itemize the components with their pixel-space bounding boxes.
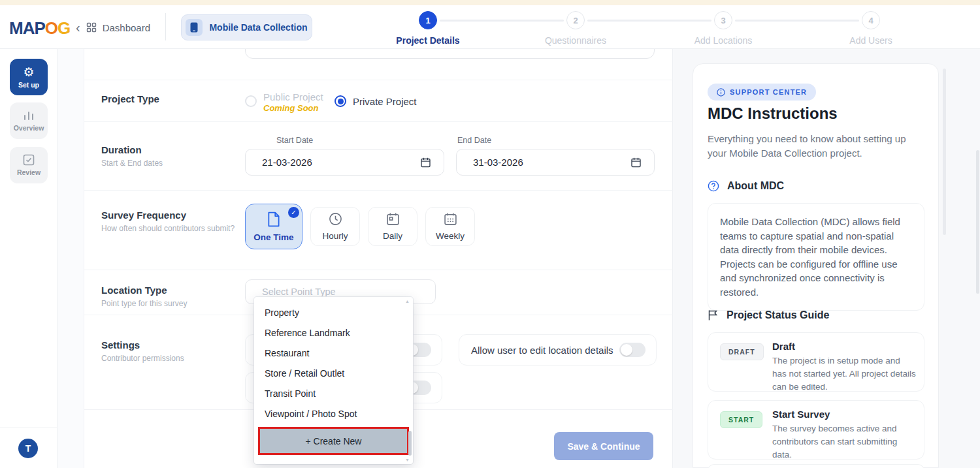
radio-dot <box>338 99 344 104</box>
sidebar-item-overview[interactable]: Overview <box>10 102 48 139</box>
duration-sublabel: Start & End dates <box>101 159 163 168</box>
annotation-red-box: + Create New <box>258 427 409 455</box>
create-new-option[interactable]: + Create New <box>260 429 407 453</box>
toggle-knob <box>621 344 632 356</box>
project-type-label: Project Type <box>101 93 159 104</box>
dashboard-grid-icon <box>86 22 97 33</box>
point-type-dropdown: ▲ Property Reference Landmark Restaurant… <box>254 297 413 464</box>
calendar-icon[interactable] <box>631 157 641 168</box>
dropdown-item-transit-point[interactable]: Transit Point <box>254 383 413 403</box>
header-divider <box>165 13 166 40</box>
sidebar-item-label: Overview <box>14 124 44 132</box>
settings-sublabel: Contributor permissions <box>101 354 184 363</box>
divider <box>84 80 673 80</box>
divider <box>84 121 673 122</box>
clock-icon <box>329 212 342 226</box>
draft-body: The project is in setup mode and has not… <box>772 354 916 394</box>
panel-subtitle: Everything you need to know about settin… <box>708 132 927 161</box>
panel-scrollbar-thumb[interactable] <box>943 69 946 235</box>
status-card-partial <box>708 464 924 468</box>
document-icon <box>267 211 281 227</box>
draft-badge: DRAFT <box>720 343 764 360</box>
dropdown-item-property[interactable]: Property <box>254 302 413 322</box>
mobile-phone-icon <box>186 19 203 36</box>
start-title: Start Survey <box>772 409 830 420</box>
public-project-label: Public Project <box>263 91 323 102</box>
end-date-value: 31-03-2026 <box>473 157 523 168</box>
location-type-label: Location Type <box>101 285 167 296</box>
survey-frequency-sublabel: How often should contributors submit? <box>101 224 235 233</box>
divider <box>84 190 673 191</box>
private-project-radio[interactable] <box>335 95 346 107</box>
dashboard-label: Dashboard <box>103 22 150 33</box>
scroll-down-icon[interactable]: ▼ <box>405 458 410 462</box>
start-body: The survey becomes active and contributo… <box>772 422 916 461</box>
sidebar-gutter <box>57 49 84 468</box>
setting-card-edit-location: Allow user to edit location details <box>459 334 657 366</box>
step-add-users[interactable]: 4 Add Users <box>815 11 926 46</box>
start-date-input[interactable]: 21-03-2026 <box>245 149 444 176</box>
support-center-label: SUPPORT CENTER <box>730 88 807 96</box>
dashboard-breadcrumb[interactable]: ‹ Dashboard <box>76 18 150 37</box>
scroll-up-icon[interactable]: ▲ <box>405 299 410 304</box>
sidebar-item-label: Review <box>17 168 41 176</box>
user-avatar[interactable]: T <box>18 439 38 458</box>
step-label: Add Users <box>815 35 926 46</box>
header: MAPOG ‹ Dashboard Mobile Data Collection… <box>0 5 980 49</box>
step-questionnaires[interactable]: 2 Questionnaires <box>520 11 631 46</box>
location-type-sublabel: Point type for this survey <box>101 299 187 308</box>
step-add-locations[interactable]: 3 Add Locations <box>668 11 779 46</box>
brand-map: MAP <box>9 18 45 38</box>
calendar-day-icon <box>386 212 400 226</box>
brand-logo[interactable]: MAPOG <box>9 18 70 39</box>
step-label: Project Details <box>372 35 483 46</box>
dropdown-item-reference-landmark[interactable]: Reference Landmark <box>254 322 413 343</box>
step-project-details[interactable]: 1 Project Details <box>372 11 483 46</box>
frequency-option-daily[interactable]: Daily <box>368 207 417 246</box>
gear-icon: ⚙ <box>23 66 34 78</box>
about-mdc-heading-row: About MDC <box>708 180 784 192</box>
dropdown-item-viewpoint-photo-spot[interactable]: Viewpoint / Photo Spot <box>254 403 413 424</box>
dropdown-item-store-retail-outlet[interactable]: Store / Retail Outlet <box>254 363 413 383</box>
frequency-option-label: Hourly <box>322 231 348 241</box>
coming-soon-note: Coming Soon <box>263 103 319 113</box>
left-sidebar: ⚙ Set up Overview Review T <box>0 49 57 468</box>
sidebar-item-label: Set up <box>18 81 39 89</box>
step-label: Questionnaires <box>520 35 631 46</box>
sidebar-divider <box>0 428 57 428</box>
step-number: 2 <box>566 11 585 29</box>
private-project-label: Private Project <box>353 96 417 107</box>
info-icon <box>717 88 725 97</box>
status-card-start: START Start Survey The survey becomes ac… <box>708 400 924 460</box>
dropdown-scrollbar-thumb[interactable] <box>408 431 412 456</box>
calendar-icon[interactable] <box>421 157 431 168</box>
survey-frequency-label: Survey Frequency <box>101 210 186 221</box>
edit-location-toggle[interactable] <box>619 343 645 357</box>
browser-top-strip <box>0 0 980 5</box>
public-project-radio[interactable] <box>245 95 257 107</box>
support-panel: SUPPORT CENTER MDC Instructions Everythi… <box>693 63 939 468</box>
sidebar-item-setup[interactable]: ⚙ Set up <box>10 59 48 95</box>
dropdown-item-restaurant[interactable]: Restaurant <box>254 343 413 363</box>
brand-o: O <box>45 18 57 38</box>
save-continue-button[interactable]: Save & Continue <box>554 432 653 460</box>
sidebar-item-review[interactable]: Review <box>10 147 48 183</box>
brand-g: G <box>57 18 70 38</box>
start-badge: START <box>720 411 762 428</box>
mobile-data-collection-button[interactable]: Mobile Data Collection <box>181 14 312 40</box>
end-date-input[interactable]: 31-03-2026 <box>456 149 655 176</box>
calendar-week-icon <box>444 212 457 226</box>
frequency-option-weekly[interactable]: Weekly <box>425 207 475 246</box>
frequency-option-one-time[interactable]: ✓ One Time <box>245 204 302 249</box>
back-chevron-icon[interactable]: ‹ <box>76 21 80 34</box>
frequency-option-label: Daily <box>383 231 402 241</box>
start-date-label: Start Date <box>276 136 313 145</box>
window-scrollbar-thumb[interactable] <box>976 150 979 294</box>
frequency-option-hourly[interactable]: Hourly <box>310 207 360 246</box>
point-type-placeholder: Select Point Type <box>262 287 336 297</box>
flag-icon <box>708 309 719 321</box>
panel-title: MDC Instructions <box>708 104 838 123</box>
settings-label: Settings <box>101 339 140 351</box>
duration-label: Duration <box>101 144 142 155</box>
status-guide-heading-row: Project Status Guide <box>708 309 829 321</box>
